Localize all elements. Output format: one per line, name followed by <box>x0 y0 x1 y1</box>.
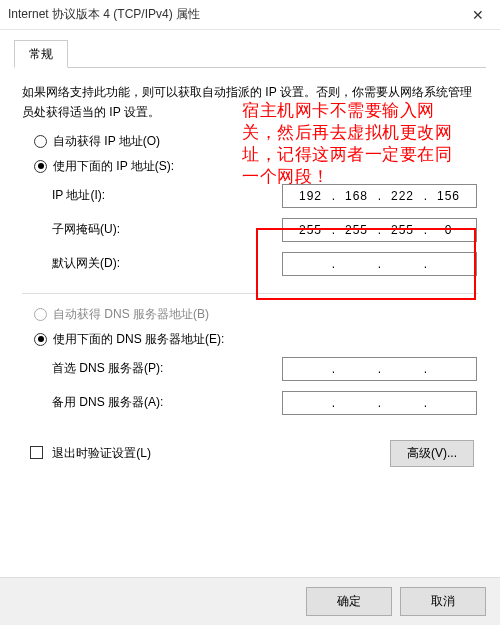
label-ip: IP 地址(I): <box>52 187 282 204</box>
input-subnet-mask[interactable]: 255 . 255 . 255 . 0 <box>282 218 477 242</box>
checkbox-label: 退出时验证设置(L) <box>52 446 151 460</box>
ok-button[interactable]: 确定 <box>306 587 392 616</box>
tab-general[interactable]: 常规 <box>14 40 68 68</box>
dot-icon: . <box>423 257 429 271</box>
radio-label: 使用下面的 IP 地址(S): <box>53 158 174 175</box>
radio-ip-manual[interactable]: 使用下面的 IP 地址(S): <box>22 154 478 179</box>
radio-icon <box>34 308 47 321</box>
close-button[interactable]: ✕ <box>455 0 500 30</box>
row-ip-address: IP 地址(I): 192 . 168 . 222 . 156 <box>22 179 478 213</box>
label-dns-alt: 备用 DNS 服务器(A): <box>52 394 282 411</box>
tab-strip: 常规 <box>14 40 486 68</box>
dot-icon: . <box>377 362 383 376</box>
dot-icon: . <box>331 362 337 376</box>
radio-ip-auto[interactable]: 自动获得 IP 地址(O) <box>22 129 478 154</box>
cancel-button[interactable]: 取消 <box>400 587 486 616</box>
radio-label: 自动获得 DNS 服务器地址(B) <box>53 306 209 323</box>
checkbox-icon <box>30 446 43 459</box>
window-title: Internet 协议版本 4 (TCP/IPv4) 属性 <box>8 6 200 23</box>
radio-icon <box>34 135 47 148</box>
input-dns-preferred[interactable]: . . . <box>282 357 477 381</box>
radio-icon <box>34 333 47 346</box>
input-ip-address[interactable]: 192 . 168 . 222 . 156 <box>282 184 477 208</box>
dot-icon: . <box>423 396 429 410</box>
radio-label: 使用下面的 DNS 服务器地址(E): <box>53 331 224 348</box>
ip-octet[interactable]: 255 <box>383 223 423 237</box>
dot-icon: . <box>331 257 337 271</box>
checkbox-validate-on-exit[interactable]: 退出时验证设置(L) <box>30 445 151 462</box>
dot-icon: . <box>377 257 383 271</box>
label-gateway: 默认网关(D): <box>52 255 282 272</box>
row-dns-preferred: 首选 DNS 服务器(P): . . . <box>22 352 478 386</box>
dialog-footer: 确定 取消 <box>0 577 500 625</box>
description-text: 如果网络支持此功能，则可以获取自动指派的 IP 设置。否则，你需要从网络系统管理… <box>14 68 486 127</box>
dns-group: 自动获得 DNS 服务器地址(B) 使用下面的 DNS 服务器地址(E): 首选… <box>14 300 486 424</box>
ip-octet[interactable]: 0 <box>429 223 469 237</box>
label-mask: 子网掩码(U): <box>52 221 282 238</box>
ip-group: 自动获得 IP 地址(O) 使用下面的 IP 地址(S): IP 地址(I): … <box>14 127 486 285</box>
ip-octet[interactable]: 255 <box>337 223 377 237</box>
divider <box>22 293 478 294</box>
radio-icon <box>34 160 47 173</box>
bottom-row: 退出时验证设置(L) 高级(V)... <box>14 424 486 471</box>
row-default-gateway: 默认网关(D): . . . <box>22 247 478 281</box>
ip-octet[interactable]: 222 <box>383 189 423 203</box>
ip-octet[interactable]: 156 <box>429 189 469 203</box>
row-dns-alternate: 备用 DNS 服务器(A): . . . <box>22 386 478 420</box>
input-dns-alternate[interactable]: . . . <box>282 391 477 415</box>
advanced-button[interactable]: 高级(V)... <box>390 440 474 467</box>
row-subnet-mask: 子网掩码(U): 255 . 255 . 255 . 0 <box>22 213 478 247</box>
ip-octet[interactable]: 168 <box>337 189 377 203</box>
content-area: 常规 如果网络支持此功能，则可以获取自动指派的 IP 设置。否则，你需要从网络系… <box>0 30 500 471</box>
dot-icon: . <box>423 362 429 376</box>
dot-icon: . <box>331 396 337 410</box>
close-icon: ✕ <box>472 7 484 23</box>
label-dns-pref: 首选 DNS 服务器(P): <box>52 360 282 377</box>
input-default-gateway[interactable]: . . . <box>282 252 477 276</box>
dot-icon: . <box>377 396 383 410</box>
ip-octet[interactable]: 255 <box>291 223 331 237</box>
ip-octet[interactable]: 192 <box>291 189 331 203</box>
radio-dns-manual[interactable]: 使用下面的 DNS 服务器地址(E): <box>22 327 478 352</box>
radio-dns-auto: 自动获得 DNS 服务器地址(B) <box>22 302 478 327</box>
radio-label: 自动获得 IP 地址(O) <box>53 133 160 150</box>
titlebar: Internet 协议版本 4 (TCP/IPv4) 属性 ✕ <box>0 0 500 30</box>
